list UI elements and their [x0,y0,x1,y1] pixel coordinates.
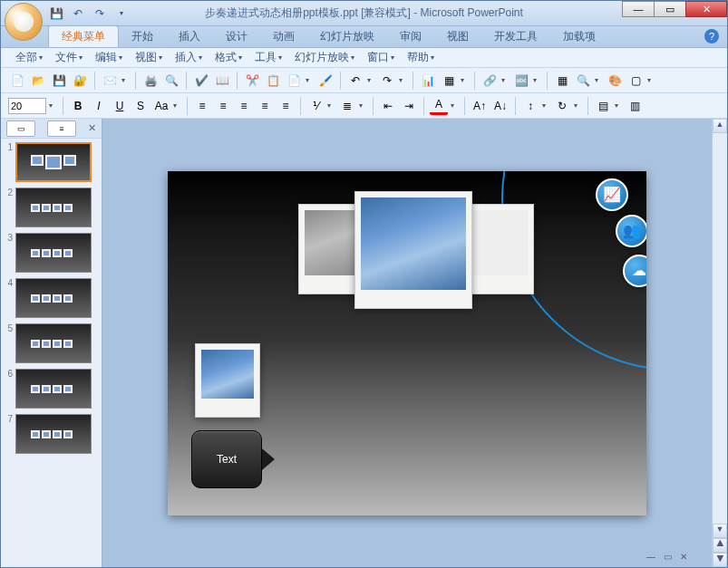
email-dropdown[interactable]: ▾ [121,76,130,84]
line-spacing-icon[interactable]: ↕ [521,97,539,115]
ribbon-tab-view[interactable]: 视图 [434,26,481,47]
undo-icon[interactable]: ↶ [346,72,364,90]
shadow-icon[interactable]: S [131,97,150,115]
menu-window[interactable]: 窗口▾ [362,48,400,67]
prev-slide-icon[interactable]: ⯅ [713,538,727,553]
photo-frame-center[interactable] [354,191,472,309]
menu-view[interactable]: 视图▾ [130,48,168,67]
menu-tools[interactable]: 工具▾ [249,48,287,67]
text-direction-icon[interactable]: ↻ [553,97,571,115]
undo-icon[interactable]: ↶ [70,5,86,22]
link-dropdown[interactable]: ▾ [501,76,510,84]
new-slide-icon[interactable]: ▤ [594,97,612,115]
minimize-button[interactable]: — [622,1,655,17]
distribute-icon[interactable]: ≡ [277,97,295,115]
num-dropdown[interactable]: ▾ [327,101,335,110]
next-slide-icon[interactable]: ⯆ [713,553,727,567]
font-size-input[interactable] [8,98,46,114]
undo-dropdown[interactable]: ▾ [367,76,375,84]
newslide-dropdown[interactable]: ▾ [615,101,623,110]
email-icon[interactable]: ✉️ [101,72,119,90]
table-icon[interactable]: ▦ [440,72,458,90]
text-box-icon[interactable]: 🔤 [512,72,530,90]
grid-icon[interactable]: ▦ [553,72,571,90]
menu-file[interactable]: 文件▾ [50,48,88,67]
thumbnail-slide[interactable] [15,188,92,227]
thumbnail-slide[interactable] [15,414,92,454]
slide-canvas[interactable]: 📈 👥 ☁ Text [168,171,646,515]
ribbon-tab-classic-menu[interactable]: 经典菜单 [48,25,119,47]
numbering-icon[interactable]: ⅟ [306,97,325,115]
scroll-up-icon[interactable]: ▲ [713,119,727,133]
layout-icon[interactable]: ▥ [626,97,644,115]
grow-font-icon[interactable]: A↑ [471,97,489,115]
thumbnail-1[interactable]: 1 [5,142,98,182]
photo-frame-small[interactable] [195,343,260,418]
ribbon-tab-addins[interactable]: 加载项 [550,26,608,47]
increase-indent-icon[interactable]: ⇥ [400,97,418,115]
sub-minimize-icon[interactable]: — [643,552,659,564]
thumbnail-slide[interactable] [15,278,92,318]
chart-icon[interactable]: 📊 [419,72,437,90]
paste-dropdown[interactable]: ▾ [306,76,314,84]
thumbnail-slide[interactable] [15,142,92,182]
paste-icon[interactable]: 📄 [285,72,303,90]
thumbnail-2[interactable]: 2 [5,188,98,227]
win-dropdown[interactable]: ▾ [647,76,655,84]
fontsize-dropdown[interactable]: ▾ [49,101,57,110]
new-icon[interactable]: 📄 [8,72,26,90]
vertical-scrollbar[interactable]: ▲ ▼ ⯅ ⯆ [712,119,727,567]
ribbon-tab-review[interactable]: 审阅 [387,26,434,47]
italic-icon[interactable]: I [90,97,108,115]
spelling-icon[interactable]: ✔️ [192,72,210,90]
font-color-icon[interactable]: A [430,97,448,115]
research-icon[interactable]: 📖 [213,72,231,90]
case-dropdown[interactable]: ▾ [173,101,181,110]
sub-close-icon[interactable]: ✕ [675,552,692,564]
thumbnail-3[interactable]: 3 [5,233,98,273]
spacing-dropdown[interactable]: ▾ [542,101,550,110]
ribbon-tab-insert[interactable]: 插入 [166,26,213,47]
cut-icon[interactable]: ✂️ [243,72,261,90]
badge-people-icon[interactable]: 👥 [616,215,646,247]
menu-edit[interactable]: 编辑▾ [90,48,128,67]
zoom-dropdown[interactable]: ▾ [595,76,603,84]
open-icon[interactable]: 📂 [29,72,47,90]
thumbnail-slide[interactable] [15,323,92,363]
justify-icon[interactable]: ≡ [256,97,274,115]
fontcolor-dropdown[interactable]: ▾ [451,101,459,110]
save-icon[interactable]: 💾 [48,5,64,22]
ribbon-tab-home[interactable]: 开始 [119,26,166,47]
underline-icon[interactable]: U [111,97,129,115]
thumbnail-4[interactable]: 4 [5,278,98,318]
align-left-icon[interactable]: ≡ [193,97,211,115]
change-case-icon[interactable]: Aa [152,97,170,115]
shrink-font-icon[interactable]: A↓ [491,97,510,115]
menu-help[interactable]: 帮助▾ [402,48,440,67]
thumbnail-slide[interactable] [15,233,92,273]
format-painter-icon[interactable]: 🖌️ [316,72,335,90]
menu-format[interactable]: 格式▾ [209,48,248,67]
redo-icon[interactable]: ↷ [378,72,396,90]
maximize-button[interactable]: ▭ [654,1,686,17]
menu-slideshow[interactable]: 幻灯片放映▾ [289,48,360,67]
bullet-dropdown[interactable]: ▾ [359,101,367,110]
ribbon-tab-developer[interactable]: 开发工具 [481,26,550,47]
thumbnail-5[interactable]: 5 [5,323,98,363]
window-icon[interactable]: ▢ [626,72,645,90]
thumbnail-6[interactable]: 6 [5,369,98,409]
copy-icon[interactable]: 📋 [264,72,282,90]
qat-customize-icon[interactable]: ▾ [113,5,130,22]
align-center-icon[interactable]: ≡ [214,97,232,115]
text-callout[interactable]: Text [191,430,262,488]
textbox-dropdown[interactable]: ▾ [533,76,541,84]
menu-all[interactable]: 全部▾ [10,48,48,67]
color-icon[interactable]: 🎨 [606,72,624,90]
decrease-indent-icon[interactable]: ⇤ [379,97,397,115]
permission-icon[interactable]: 🔐 [71,72,89,90]
sub-restore-icon[interactable]: ▭ [659,552,675,564]
menu-insert[interactable]: 插入▾ [170,48,208,67]
slides-tab[interactable]: ▭ [6,120,35,137]
ribbon-tab-slideshow[interactable]: 幻灯片放映 [307,26,387,47]
redo-dropdown[interactable]: ▾ [399,76,407,84]
